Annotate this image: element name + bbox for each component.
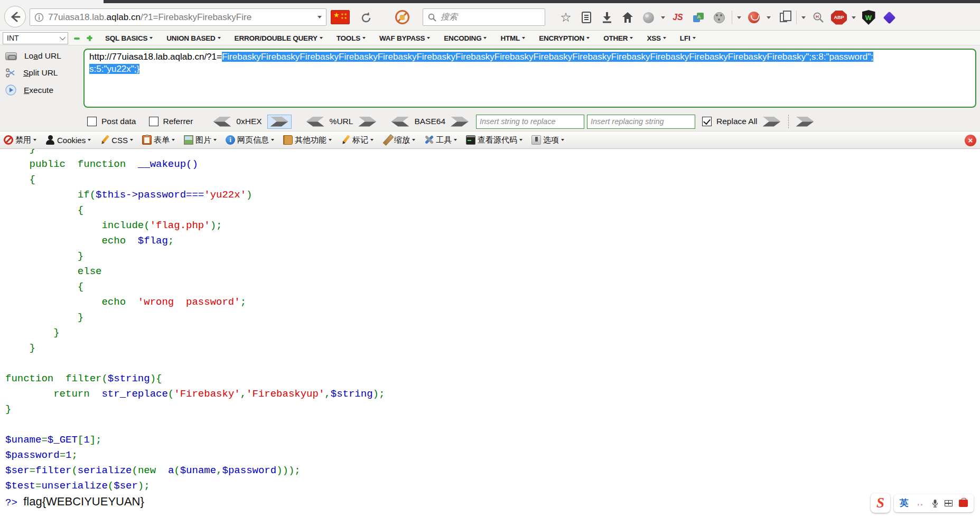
chevron-down-icon <box>362 37 366 39</box>
webdev-item-options[interactable]: 选项 <box>531 135 564 145</box>
expand-icon[interactable] <box>86 34 94 42</box>
chevron-down-icon <box>213 139 217 141</box>
hex-encode-button[interactable] <box>267 115 292 129</box>
download-icon[interactable] <box>599 10 615 25</box>
hackbar-search-icon[interactable]: H <box>810 10 826 25</box>
hackbar-preset-select[interactable]: INT <box>3 32 68 44</box>
adblock-plus-icon[interactable]: ABP <box>831 10 847 25</box>
hackbar-menu-lfi[interactable]: LFI <box>680 34 696 42</box>
webdev-item-source[interactable]: 查看源代码 <box>466 135 522 145</box>
replace-with-input[interactable] <box>587 115 695 129</box>
china-flag-icon[interactable]: ★★★★★ <box>331 10 350 24</box>
hackbar-menu-encoding[interactable]: ENCODING <box>444 34 487 42</box>
globe-dropdown-icon[interactable] <box>661 16 665 19</box>
pages-icon[interactable] <box>776 10 791 25</box>
keyboard-icon[interactable] <box>945 500 953 506</box>
webdev-item-image[interactable]: 图片 <box>184 135 217 145</box>
webdev-item-info[interactable]: i网页信息 <box>226 135 274 145</box>
url-bar[interactable]: 77uiasa18.lab.aqlab.cn/?1=FirebaskyFireb… <box>30 8 326 26</box>
translate-icon[interactable]: A <box>690 10 706 25</box>
chevron-down-icon <box>370 139 374 141</box>
reload-button[interactable] <box>358 10 374 26</box>
hackbar-menu-html[interactable]: HTML <box>500 34 525 42</box>
webdev-items: 禁用CookiesCSS表单图片i网页信息其他功能标记缩放工具查看源代码选项 <box>4 135 564 145</box>
hackbar-url-textarea[interactable]: http://77uiasa18.lab.aqlab.cn/?1=Firebas… <box>83 49 976 108</box>
webdev-item-book[interactable]: 其他功能 <box>283 135 332 145</box>
chevron-down-icon <box>561 139 564 141</box>
play-icon <box>5 84 16 96</box>
mic-icon[interactable] <box>932 499 938 507</box>
ruler-icon <box>382 135 392 145</box>
proxy-dropdown-icon[interactable] <box>767 16 771 19</box>
post-data-checkbox[interactable] <box>87 117 97 126</box>
chevron-down-icon <box>483 37 487 39</box>
book-icon <box>283 135 293 145</box>
globe-proxy-icon[interactable] <box>640 10 656 25</box>
clipboard-icon <box>142 135 152 145</box>
navigation-bar: 77uiasa18.lab.aqlab.cn/?1=FirebaskyFireb… <box>0 3 980 31</box>
hackbar-menu-xss[interactable]: XSS <box>647 34 666 42</box>
close-toolbar-button[interactable]: × <box>965 135 976 146</box>
bookmark-star-icon[interactable]: ☆ <box>558 10 574 25</box>
replace-execute-button[interactable] <box>763 117 781 127</box>
chevron-down-icon <box>329 139 332 141</box>
hackbar-menu-encryption[interactable]: ENCRYPTION <box>539 34 590 42</box>
reading-list-icon[interactable] <box>578 10 594 25</box>
webdev-item-tools[interactable]: 工具 <box>424 135 457 145</box>
ime-lang-toggle[interactable]: 英 <box>900 497 909 509</box>
back-button[interactable] <box>4 6 26 27</box>
execute-button[interactable]: Execute <box>5 84 53 96</box>
hackbar-menu-other[interactable]: OTHER <box>603 34 633 42</box>
pages-dropdown-icon[interactable] <box>801 16 806 19</box>
chevron-down-icon <box>586 37 590 39</box>
adblock-dropdown-icon[interactable] <box>852 16 856 19</box>
base64-encode-button[interactable] <box>451 117 469 127</box>
chevron-down-icon <box>693 37 696 39</box>
site-info-icon[interactable] <box>34 13 44 22</box>
webdev-item-ruler[interactable]: 缩放 <box>382 135 415 145</box>
webdev-item-clipboard[interactable]: 表单 <box>142 135 175 145</box>
back-arrow-icon <box>10 11 21 23</box>
js-toggle-icon[interactable]: JS <box>670 10 686 25</box>
hackbar-menu-union-based[interactable]: UNION BASED <box>166 34 220 42</box>
hex-decode-button[interactable] <box>213 117 231 127</box>
load-url-button[interactable]: Load URL <box>5 51 61 61</box>
collapse-icon[interactable] <box>73 34 81 42</box>
url-decode-button[interactable] <box>306 117 324 127</box>
block-icon <box>4 135 13 145</box>
chevron-down-icon <box>663 37 666 39</box>
sogou-ime-icon[interactable]: S <box>871 493 890 513</box>
hex-encoder-group: 0xHEX <box>213 115 291 129</box>
hackbar-menu-items: SQL BASICSUNION BASEDERROR/DOUBLE QUERYT… <box>105 34 696 42</box>
hackbar-menu-error-double-query[interactable]: ERROR/DOUBLE QUERY <box>235 34 323 42</box>
home-icon[interactable] <box>620 10 636 25</box>
hackbar-menu-waf-bypass[interactable]: WAF BYPASS <box>379 34 430 42</box>
ime-toolbox-icon[interactable] <box>959 500 968 507</box>
palette-icon[interactable] <box>711 10 727 25</box>
ime-strip: 英 ，。 <box>894 494 974 512</box>
palette-dropdown-icon[interactable] <box>737 16 741 19</box>
extra-action-button[interactable] <box>796 117 814 127</box>
webdev-item-block[interactable]: 禁用 <box>4 135 36 145</box>
split-url-button[interactable]: Split URL <box>5 68 58 78</box>
referrer-checkbox[interactable] <box>149 117 158 126</box>
webdev-item-person[interactable]: Cookies <box>45 135 91 145</box>
webdev-item-marker[interactable]: 标记 <box>341 135 374 145</box>
webdev-item-pencil[interactable]: CSS <box>100 135 133 145</box>
url-dropdown-icon[interactable] <box>318 16 322 18</box>
replace-all-checkbox[interactable] <box>702 117 712 126</box>
proxy-switch-icon[interactable] <box>746 10 762 25</box>
chevron-down-icon <box>130 139 133 141</box>
hackbar-menu-sql-basics[interactable]: SQL BASICS <box>105 34 153 42</box>
search-box[interactable]: 搜索 <box>423 8 545 26</box>
hackbar-menu-tools[interactable]: TOOLS <box>337 34 366 42</box>
shield-w-icon[interactable]: W <box>861 10 876 25</box>
ime-punct-toggle[interactable]: ，。 <box>915 499 926 507</box>
chevron-down-icon <box>454 139 457 141</box>
url-encode-button[interactable] <box>358 117 376 127</box>
replace-search-input[interactable] <box>476 115 584 129</box>
info-icon: i <box>226 135 235 145</box>
noscript-block-icon[interactable] <box>395 10 409 24</box>
base64-decode-button[interactable] <box>391 117 409 127</box>
diamond-addon-icon[interactable] <box>881 10 897 25</box>
